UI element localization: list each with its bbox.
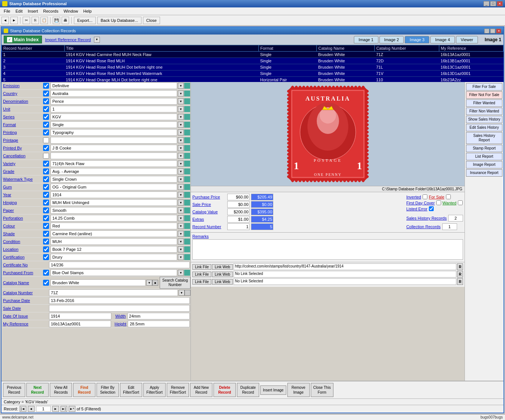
apply-filter-btn[interactable]: ApplyFilter/Sort xyxy=(143,383,166,397)
win-minimize[interactable]: _ xyxy=(484,29,489,33)
height-label[interactable]: Height xyxy=(115,322,127,326)
certification-checkbox[interactable] xyxy=(43,254,49,260)
printage-square[interactable] xyxy=(184,137,190,143)
filter-for-sale-btn[interactable]: Filter For Sale xyxy=(466,83,502,91)
find-record-btn[interactable]: FindRecord xyxy=(73,383,95,397)
emission-dropdown[interactable]: ▼ xyxy=(178,83,184,89)
purchased-from-dropdown[interactable]: ▼ xyxy=(178,270,184,276)
unit-checkbox[interactable] xyxy=(43,106,49,112)
purchased-from-label[interactable]: Purchased From xyxy=(1,270,42,275)
tab-image4[interactable]: Image 4 xyxy=(430,36,455,43)
year-square[interactable] xyxy=(184,192,190,198)
shade-checkbox[interactable] xyxy=(43,231,49,237)
table-row[interactable]: 1 1914 KGV Head Carmine Red MUH Neck Fla… xyxy=(2,52,504,58)
sale-price-label[interactable]: Sale Price xyxy=(192,202,226,207)
image-report-btn[interactable]: Image Report xyxy=(466,161,502,168)
filter-not-for-sale-btn[interactable]: Filter Not For Sale xyxy=(466,91,502,99)
table-row[interactable]: 3 1914 KGV Head Rose Red MUH Dot before … xyxy=(2,64,504,70)
condition-square[interactable] xyxy=(184,239,190,245)
link-web-btn-1[interactable]: Link Web xyxy=(212,264,233,270)
country-dropdown[interactable]: ▼ xyxy=(178,91,184,96)
emission-square[interactable] xyxy=(184,83,190,89)
location-checkbox[interactable] xyxy=(43,246,49,252)
year-label[interactable]: Year xyxy=(1,192,42,197)
gum-square[interactable] xyxy=(184,184,190,190)
backup-btn[interactable]: Back Up Database... xyxy=(97,17,141,24)
catalog-number-dropdown[interactable]: ▼ xyxy=(179,290,185,296)
edit-filter-btn[interactable]: EditFilter/Sort xyxy=(120,383,142,397)
variety-label[interactable]: Variety xyxy=(1,161,42,166)
perforation-checkbox[interactable] xyxy=(43,215,49,221)
export-btn[interactable]: Export... xyxy=(74,17,96,24)
tab-image3[interactable]: Image 3 xyxy=(405,36,429,43)
filter-by-selection-btn[interactable]: Filter BySelection xyxy=(97,383,119,397)
gum-dropdown[interactable]: ▼ xyxy=(178,184,184,190)
format-label[interactable]: Format xyxy=(1,122,42,127)
next-record-btn[interactable]: NextRecord xyxy=(26,383,49,397)
format-square[interactable] xyxy=(184,122,190,128)
link-r-btn-1[interactable]: R xyxy=(457,263,463,270)
unit-label[interactable]: Unit xyxy=(1,106,42,112)
close-form-btn[interactable]: Close ThisForm xyxy=(311,383,333,397)
colour-dropdown[interactable]: ▼ xyxy=(178,223,184,229)
table-row[interactable]: 2 1914 KGV Head Rose Red MLH Single Brus… xyxy=(2,58,504,64)
printing-dropdown[interactable]: ▼ xyxy=(178,129,184,135)
year-checkbox[interactable] xyxy=(43,192,49,198)
close-btn[interactable]: ✕ xyxy=(497,1,503,6)
perforation-label[interactable]: Perforation xyxy=(1,216,42,221)
printing-label[interactable]: Printing xyxy=(1,130,42,135)
toolbar-copy[interactable]: ⎘ xyxy=(32,17,39,24)
variety-dropdown[interactable]: ▼ xyxy=(178,161,184,167)
link-r-btn-2[interactable]: R xyxy=(457,271,463,278)
denomination-square[interactable] xyxy=(184,98,190,104)
cancellation-dropdown[interactable]: ▼ xyxy=(178,153,184,159)
link-r-btn-3[interactable]: R xyxy=(457,278,463,285)
sale-date-label[interactable]: Sale Date xyxy=(1,306,42,311)
unit-square[interactable] xyxy=(184,106,190,112)
win-maximize[interactable]: □ xyxy=(490,29,495,33)
toolbar-save[interactable]: 💾 xyxy=(53,17,60,24)
menu-window[interactable]: Window xyxy=(61,8,80,14)
menu-insert[interactable]: Insert xyxy=(26,8,40,14)
unit-dropdown[interactable]: ▼ xyxy=(178,106,184,112)
condition-checkbox[interactable] xyxy=(43,239,49,245)
cancellation-label[interactable]: Cancellation xyxy=(1,153,42,158)
link-file-btn-3[interactable]: Link File xyxy=(192,279,211,285)
variety-square[interactable] xyxy=(184,161,190,167)
catalog-name-square[interactable]: ■ xyxy=(152,280,158,286)
add-new-record-btn[interactable]: Add NewRecord xyxy=(190,383,212,397)
remove-filter-btn[interactable]: RemoveFilter/Sort xyxy=(167,383,189,397)
location-square[interactable] xyxy=(184,246,190,252)
country-checkbox[interactable] xyxy=(43,91,49,96)
nav-last[interactable]: ►| xyxy=(61,406,67,412)
grade-square[interactable] xyxy=(184,168,190,174)
view-all-records-btn[interactable]: View AllRecords xyxy=(50,383,72,397)
paper-checkbox[interactable] xyxy=(43,207,49,213)
perforation-square[interactable] xyxy=(184,215,190,221)
listed-error-label[interactable]: Listed Error xyxy=(406,207,427,211)
colour-checkbox[interactable] xyxy=(43,223,49,229)
date-issue-label[interactable]: Date Of Issue xyxy=(1,314,42,319)
watermark-dropdown[interactable]: ▼ xyxy=(178,176,184,182)
catalog-name-checkbox[interactable] xyxy=(43,280,49,286)
hinging-checkbox[interactable] xyxy=(43,200,49,206)
watermark-square[interactable] xyxy=(184,176,190,182)
printed-by-checkbox[interactable] xyxy=(43,145,49,151)
denomination-dropdown[interactable]: ▼ xyxy=(178,98,184,104)
menu-edit[interactable]: Edit xyxy=(13,8,25,14)
nav-next[interactable]: ► xyxy=(52,406,59,412)
table-row[interactable]: 5 1914 KGV Head Orange MLH Dot before ri… xyxy=(2,77,504,82)
printed-by-dropdown[interactable]: ▼ xyxy=(178,145,184,151)
show-sales-history-btn[interactable]: Show Sales History xyxy=(466,116,502,123)
dropdown-arrow[interactable]: ▼ xyxy=(94,37,100,43)
wanted-cb[interactable] xyxy=(458,200,463,205)
series-label[interactable]: Series xyxy=(1,114,42,119)
list-report-btn[interactable]: List Report xyxy=(466,153,502,160)
printed-by-label[interactable]: Printed By xyxy=(1,145,42,151)
catalog-number-square[interactable] xyxy=(185,290,190,296)
nav-first[interactable]: |◄ xyxy=(20,406,26,412)
emission-checkbox[interactable] xyxy=(43,83,49,89)
location-dropdown[interactable]: ▼ xyxy=(178,246,184,252)
my-reference-label[interactable]: My Reference xyxy=(1,321,42,327)
watermark-checkbox[interactable] xyxy=(43,176,49,182)
